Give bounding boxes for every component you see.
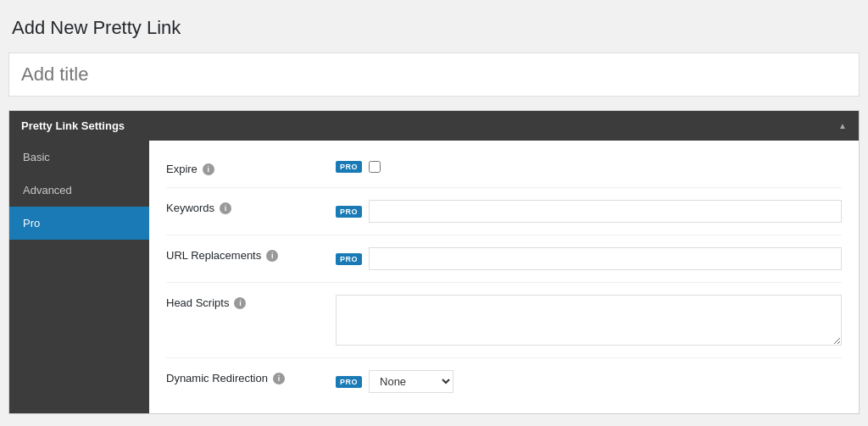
page-title: Add New Pretty Link xyxy=(8,17,860,39)
url-replacements-label-text: URL Replacements xyxy=(166,249,261,262)
url-replacements-pro-badge: PRO xyxy=(336,253,362,265)
collapse-icon[interactable]: ▲ xyxy=(838,121,847,130)
expire-label: Expire i xyxy=(166,161,336,175)
url-replacements-info-icon[interactable]: i xyxy=(266,250,278,262)
keywords-input[interactable] xyxy=(369,200,842,223)
sidebar-item-basic[interactable]: Basic xyxy=(9,141,149,174)
title-input-wrap xyxy=(8,53,860,97)
head-scripts-label: Head Scripts i xyxy=(166,295,336,309)
field-row-head-scripts: Head Scripts i xyxy=(166,283,842,358)
expire-label-text: Expire xyxy=(166,163,198,175)
head-scripts-textarea[interactable] xyxy=(336,295,842,346)
field-row-url-replacements: URL Replacements i PRO xyxy=(166,235,842,283)
dynamic-redirection-field-control: None xyxy=(369,370,842,393)
expire-pro-badge: PRO xyxy=(336,161,362,173)
dynamic-redirection-control-wrap: PRO None xyxy=(336,370,842,393)
panel-header: Pretty Link Settings ▲ xyxy=(9,111,859,141)
expire-checkbox[interactable] xyxy=(369,161,381,173)
field-row-dynamic-redirection: Dynamic Redirection i PRO None xyxy=(166,358,842,405)
expire-info-icon[interactable]: i xyxy=(203,163,214,175)
url-replacements-input[interactable] xyxy=(369,247,842,270)
dynamic-redirection-info-icon[interactable]: i xyxy=(273,373,285,385)
keywords-info-icon[interactable]: i xyxy=(220,202,231,214)
field-row-expire: Expire i PRO xyxy=(166,149,842,188)
expire-control-wrap: PRO xyxy=(336,161,842,173)
sidebar-item-pro[interactable]: Pro xyxy=(9,207,149,240)
keywords-pro-badge: PRO xyxy=(336,206,362,218)
keywords-label-text: Keywords xyxy=(166,202,214,214)
url-replacements-control-wrap: PRO xyxy=(336,247,842,270)
sidebar-item-advanced[interactable]: Advanced xyxy=(9,174,149,207)
panel-header-label: Pretty Link Settings xyxy=(21,119,125,132)
title-input[interactable] xyxy=(9,53,859,96)
keywords-control-wrap: PRO xyxy=(336,200,842,223)
url-replacements-label: URL Replacements i xyxy=(166,247,336,262)
head-scripts-info-icon[interactable]: i xyxy=(234,297,246,309)
field-row-keywords: Keywords i PRO xyxy=(166,188,842,235)
content-area: Expire i PRO Keywords i PRO xyxy=(149,141,859,413)
dynamic-redirection-label-text: Dynamic Redirection xyxy=(166,372,268,385)
pretty-link-settings-panel: Pretty Link Settings ▲ Basic Advanced Pr… xyxy=(8,110,860,414)
keywords-label: Keywords i xyxy=(166,200,336,214)
head-scripts-label-text: Head Scripts xyxy=(166,296,229,309)
dynamic-redirection-select[interactable]: None xyxy=(369,370,453,393)
dynamic-redirection-label: Dynamic Redirection i xyxy=(166,370,336,385)
head-scripts-field-control xyxy=(336,295,842,346)
panel-body: Basic Advanced Pro Expire i PRO xyxy=(9,141,859,413)
sidebar: Basic Advanced Pro xyxy=(9,141,149,413)
expire-field-control xyxy=(369,161,842,173)
keywords-field-control xyxy=(369,200,842,223)
url-replacements-field-control xyxy=(369,247,842,270)
dynamic-redirection-pro-badge: PRO xyxy=(336,376,362,388)
